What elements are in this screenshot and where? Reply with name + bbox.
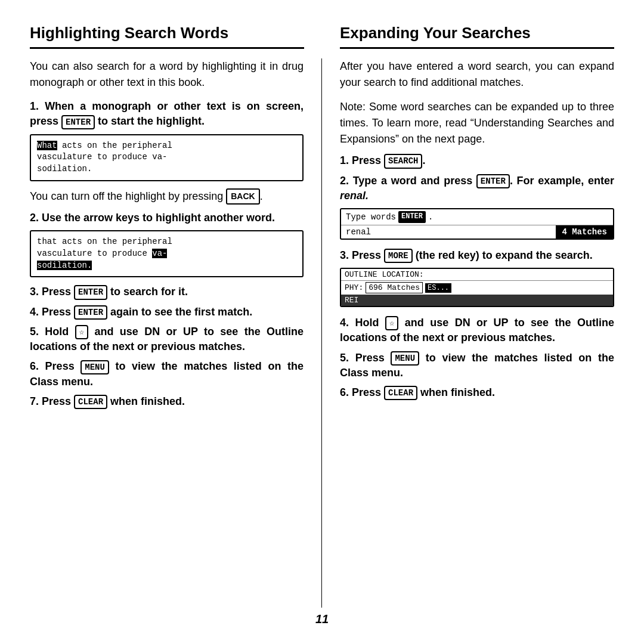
right-header: Expanding Your Searches — [322, 24, 614, 58]
step-text-5: Hold ☆ and use DN or UP to see the Outli… — [30, 326, 304, 352]
outline-row3: REI — [341, 295, 613, 306]
screen-row-2: renal 4 Matches — [341, 225, 613, 239]
screen-word-renal: renal — [341, 225, 556, 239]
step-right-2: 2. Type a word and press ENTER. For exam… — [340, 174, 614, 204]
step-text-6: Press MENU to view the matches listed on… — [30, 360, 304, 387]
r-step-text-6: Press CLEAR when finished. — [352, 386, 495, 398]
step-text: When a monograph or other text is on scr… — [30, 100, 304, 127]
r-step-num-1: 1. — [340, 154, 352, 166]
step-num-3: 3. — [30, 286, 42, 298]
step-left-1: 1. When a monograph or other text is on … — [30, 99, 304, 129]
star-key-r4: ☆ — [385, 316, 398, 330]
r-step-text-4: Hold ☆ and use DN or UP to see the Outli… — [340, 317, 614, 343]
right-column: After you have entered a word search, yo… — [322, 58, 614, 608]
screen-highlight-2: va-sodilation. — [37, 249, 167, 270]
menu-key-r5: MENU — [391, 351, 419, 366]
rei-label: REI — [345, 296, 424, 305]
step-right-3: 3. Press MORE (the red key) to expand th… — [340, 248, 614, 263]
type-words-label: Type words — [346, 212, 396, 222]
step-text-3: Press ENTER to search for it. — [42, 286, 188, 298]
r-step-text-3: Press MORE (the red key) to expand the s… — [352, 249, 593, 261]
more-key: MORE — [384, 249, 413, 263]
screen-highlight-what: What — [37, 141, 57, 150]
step-left-2: 2. Use the arrow keys to highlight anoth… — [30, 210, 304, 225]
enter-key-4: ENTER — [74, 305, 107, 320]
step-right-6: 6. Press CLEAR when finished. — [340, 385, 614, 400]
menu-key-6: MENU — [80, 360, 109, 374]
search-key: SEARCH — [384, 154, 422, 168]
matches-box: 696 Matches — [366, 282, 423, 293]
step-num-6: 6. — [30, 360, 45, 372]
step-right-1: 1. Press SEARCH. — [340, 153, 614, 168]
phy-label: PHY: — [345, 283, 363, 292]
step-left-5: 5. Hold ☆ and use DN or UP to see the Ou… — [30, 324, 304, 355]
r-step-num-5: 5. — [340, 352, 355, 364]
r-step-num-2: 2. — [340, 175, 353, 187]
step-num: 1. — [30, 100, 45, 112]
left-column: You can also search for a word by highli… — [30, 58, 322, 608]
r-step-num-4: 4. — [340, 317, 355, 329]
outline-row2: PHY: 696 Matches ES... — [341, 281, 613, 295]
right-divider — [340, 47, 614, 49]
enter-key-3: ENTER — [74, 285, 107, 299]
screen-box-2: that acts on the peripheral vasculature … — [30, 230, 304, 277]
step-right-4: 4. Hold ☆ and use DN or UP to see the Ou… — [340, 315, 614, 346]
step-left-3: 3. Press ENTER to search for it. — [30, 284, 304, 299]
step-left-6: 6. Press MENU to view the matches listed… — [30, 359, 304, 389]
step-num-2: 2. — [30, 212, 42, 224]
screen-box-1: What acts on the peripheral vasculature … — [30, 134, 304, 181]
screen-type-words: Type words ENTER. renal 4 Matches — [340, 208, 614, 240]
step-right-5: 5. Press MENU to view the matches listed… — [340, 351, 614, 381]
step-num-4: 4. — [30, 306, 42, 318]
r-step-text-2: Type a word and press ENTER. For example… — [340, 175, 614, 202]
r-step-num-3: 3. — [340, 249, 352, 261]
left-title: Highlighting Search Words — [30, 24, 304, 42]
clear-key-r6: CLEAR — [384, 386, 417, 400]
turn-off-text: You can turn off the highlight by pressi… — [30, 188, 304, 205]
screen-row-1: Type words ENTER. — [341, 209, 613, 225]
left-divider — [30, 47, 304, 49]
example-word: renal. — [340, 190, 369, 202]
outline-row1: OUTLINE LOCATION: — [341, 269, 613, 281]
right-note: Note: Some word searches can be expanded… — [340, 99, 614, 147]
screen-outline: OUTLINE LOCATION: PHY: 696 Matches ES...… — [340, 268, 614, 307]
enter-key-r2: ENTER — [476, 174, 510, 188]
step-num-7: 7. — [30, 395, 42, 407]
step-text-2: Use the arrow keys to highlight another … — [42, 212, 275, 224]
clear-key-7: CLEAR — [74, 395, 107, 409]
step-left-7: 7. Press CLEAR when finished. — [30, 394, 304, 409]
star-key-5: ☆ — [75, 325, 88, 339]
right-intro: After you have entered a word search, yo… — [340, 58, 614, 91]
r-step-text-5: Press MENU to view the matches listed on… — [340, 352, 614, 379]
enter-key: ENTER — [61, 115, 95, 129]
page-number: 11 — [30, 612, 614, 626]
left-header: Highlighting Search Words — [30, 24, 322, 58]
screen-matches: 4 Matches — [556, 225, 613, 239]
step-left-4: 4. Press ENTER again to see the first ma… — [30, 305, 304, 320]
outline-label: OUTLINE LOCATION: — [345, 270, 424, 279]
enter-key-inline: ENTER — [398, 211, 426, 223]
r-step-text-1: Press SEARCH. — [352, 154, 425, 166]
right-title: Expanding Your Searches — [340, 24, 614, 42]
left-intro: You can also search for a word by highli… — [30, 58, 304, 91]
r-step-num-6: 6. — [340, 386, 352, 398]
page: Highlighting Search Words Expanding Your… — [0, 0, 644, 644]
es-box: ES... — [425, 283, 451, 293]
step-text-7: Press CLEAR when finished. — [42, 395, 185, 407]
back-key: BACK — [226, 188, 259, 205]
step-text-4: Press ENTER again to see the first match… — [42, 306, 252, 318]
step-num-5: 5. — [30, 326, 45, 338]
